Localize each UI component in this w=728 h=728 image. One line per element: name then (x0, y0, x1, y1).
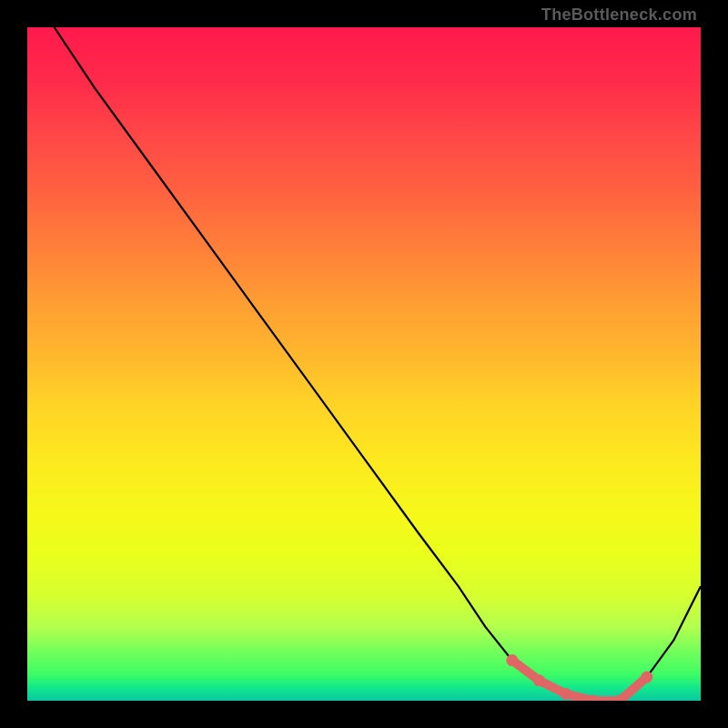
optimal-point (506, 654, 518, 666)
optimal-point (641, 672, 652, 683)
bottleneck-curve (55, 27, 701, 701)
optimal-point (533, 674, 545, 686)
optimal-point (561, 688, 572, 700)
plot-area (27, 27, 701, 701)
chart-svg (27, 27, 701, 701)
chart-frame: TheBottleneck.com (0, 0, 728, 728)
optimal-region-highlight (512, 661, 647, 701)
attribution-text: TheBottleneck.com (541, 5, 697, 25)
